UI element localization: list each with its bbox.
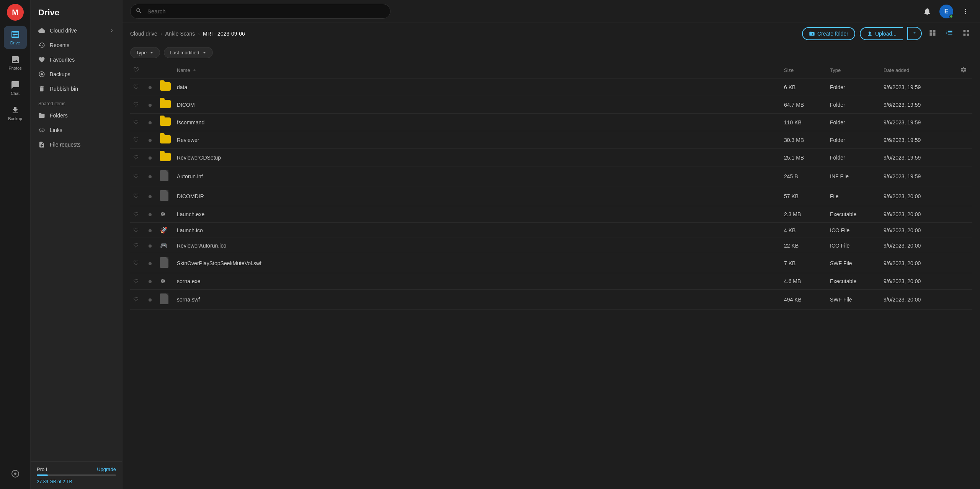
row-date: 9/6/2023, 19:59 — [880, 149, 957, 166]
file-icon — [160, 190, 168, 201]
file-table: ♡ Name Size Type Date added — [130, 62, 972, 310]
row-favourite[interactable]: ♡ — [130, 238, 145, 253]
row-actions — [957, 131, 972, 149]
table-row[interactable]: ♡ Autorun.inf 245 B INF File 9/6/2023, 1… — [130, 166, 972, 186]
sidebar-item-rubbish-bin[interactable]: Rubbish bin — [34, 82, 119, 96]
row-date: 9/6/2023, 19:59 — [880, 166, 957, 186]
row-favourite[interactable]: ♡ — [130, 206, 145, 223]
thumbnail-view-button[interactable] — [926, 27, 939, 40]
rail-item-chat[interactable]: Chat — [4, 77, 27, 99]
table-row[interactable]: ♡ DICOM 64.7 MB Folder 9/6/2023, 19:59 — [130, 96, 972, 114]
row-size: 494 KB — [781, 290, 827, 310]
status-dot — [149, 229, 152, 232]
file-icon — [160, 257, 168, 268]
upload-button[interactable]: Upload... — [860, 27, 903, 40]
row-type: Folder — [827, 131, 880, 149]
table-row[interactable]: ♡ fscommand 110 KB Folder 9/6/2023, 19:5… — [130, 114, 972, 131]
row-favourite[interactable]: ♡ — [130, 186, 145, 206]
heart-header-icon: ♡ — [133, 66, 139, 74]
plan-label: Pro I — [37, 466, 47, 472]
column-settings-icon[interactable] — [960, 66, 967, 73]
rail-settings[interactable] — [4, 462, 27, 485]
row-type: ICO File — [827, 238, 880, 253]
row-favourite[interactable]: ♡ — [130, 223, 145, 238]
row-size: 2.3 MB — [781, 206, 827, 223]
table-row[interactable]: ♡ DICOMDIR 57 KB File 9/6/2023, 20:00 — [130, 186, 972, 206]
chevron-down-icon — [912, 30, 917, 36]
breadcrumb-ankle-scans[interactable]: Ankle Scans — [165, 31, 195, 37]
backups-icon — [38, 71, 45, 78]
sidebar-item-backups[interactable]: Backups — [34, 67, 119, 81]
favourites-icon — [38, 56, 45, 63]
row-date: 9/6/2023, 20:00 — [880, 290, 957, 310]
row-name: SkinOverPlayStopSeekMuteVol.swf — [174, 253, 781, 273]
table-row[interactable]: ♡ ❄ Launch.exe 2.3 MB Executable 9/6/202… — [130, 206, 972, 223]
row-status — [145, 186, 157, 206]
table-row[interactable]: ♡ Reviewer 30.3 MB Folder 9/6/2023, 19:5… — [130, 131, 972, 149]
table-row[interactable]: ♡ 🎮 ReviewerAutorun.ico 22 KB ICO File 9… — [130, 238, 972, 253]
list-view-button[interactable] — [943, 27, 956, 40]
storage-text: 27.89 GB of 2 TB — [37, 479, 72, 484]
row-size: 22 KB — [781, 238, 827, 253]
row-icon: ❄ — [157, 206, 174, 223]
table-row[interactable]: ♡ sorna.swf 494 KB SWF File 9/6/2023, 20… — [130, 290, 972, 310]
row-actions — [957, 78, 972, 96]
row-type: Executable — [827, 273, 880, 290]
row-date: 9/6/2023, 20:00 — [880, 186, 957, 206]
rail-item-drive[interactable]: Drive — [4, 26, 27, 49]
row-status — [145, 290, 157, 310]
table-row[interactable]: ♡ data 6 KB Folder 9/6/2023, 19:59 — [130, 78, 972, 96]
row-favourite[interactable]: ♡ — [130, 290, 145, 310]
grid-view-button[interactable] — [960, 27, 972, 40]
row-status — [145, 166, 157, 186]
rail-item-backup[interactable]: Backup — [4, 102, 27, 125]
backup-icon — [11, 106, 20, 115]
table-row[interactable]: ♡ 🚀 Launch.ico 4 KB ICO File 9/6/2023, 2… — [130, 223, 972, 238]
row-favourite[interactable]: ♡ — [130, 166, 145, 186]
row-status — [145, 206, 157, 223]
row-status — [145, 78, 157, 96]
row-favourite[interactable]: ♡ — [130, 149, 145, 166]
row-size: 7 KB — [781, 253, 827, 273]
sidebar-item-recents[interactable]: Recents — [34, 38, 119, 52]
more-options-button[interactable] — [959, 5, 972, 18]
type-filter-button[interactable]: Type — [130, 47, 160, 58]
snowflake-icon: ❄ — [160, 210, 166, 218]
th-settings — [957, 62, 972, 78]
notification-button[interactable] — [920, 5, 934, 18]
search-container — [130, 4, 390, 19]
heart-icon: ♡ — [133, 84, 139, 90]
create-folder-button[interactable]: Create folder — [802, 27, 855, 40]
row-actions — [957, 166, 972, 186]
row-favourite[interactable]: ♡ — [130, 273, 145, 290]
row-favourite[interactable]: ♡ — [130, 78, 145, 96]
row-favourite[interactable]: ♡ — [130, 114, 145, 131]
sidebar-item-cloud-drive[interactable]: Cloud drive — [34, 24, 119, 37]
sidebar-item-file-requests[interactable]: File requests — [34, 138, 119, 152]
sidebar-item-folders[interactable]: Folders — [34, 109, 119, 122]
sidebar-item-links[interactable]: Links — [34, 123, 119, 137]
status-dot — [149, 139, 152, 142]
breadcrumb-cloud-drive[interactable]: Cloud drive — [130, 31, 157, 37]
row-status — [145, 131, 157, 149]
sidebar-item-label: File requests — [50, 142, 80, 148]
row-icon — [157, 78, 174, 96]
table-row[interactable]: ♡ SkinOverPlayStopSeekMuteVol.swf 7 KB S… — [130, 253, 972, 273]
row-favourite[interactable]: ♡ — [130, 96, 145, 114]
row-favourite[interactable]: ♡ — [130, 253, 145, 273]
table-row[interactable]: ♡ ❄ sorna.exe 4.6 MB Executable 9/6/2023… — [130, 273, 972, 290]
user-avatar[interactable]: E — [939, 5, 953, 18]
upload-caret-button[interactable] — [907, 27, 922, 40]
th-name[interactable]: Name — [174, 62, 781, 78]
upgrade-button[interactable]: Upgrade — [97, 466, 116, 472]
row-favourite[interactable]: ♡ — [130, 131, 145, 149]
last-modified-filter-button[interactable]: Last modified — [164, 47, 212, 58]
row-date: 9/6/2023, 20:00 — [880, 223, 957, 238]
create-folder-icon — [809, 31, 815, 37]
search-input[interactable] — [130, 4, 390, 19]
sidebar-title: Drive — [31, 0, 122, 24]
th-icon — [157, 62, 174, 78]
rail-item-photos[interactable]: Photos — [4, 51, 27, 74]
sidebar-item-favourites[interactable]: Favourites — [34, 53, 119, 67]
table-row[interactable]: ♡ ReviewerCDSetup 25.1 MB Folder 9/6/202… — [130, 149, 972, 166]
